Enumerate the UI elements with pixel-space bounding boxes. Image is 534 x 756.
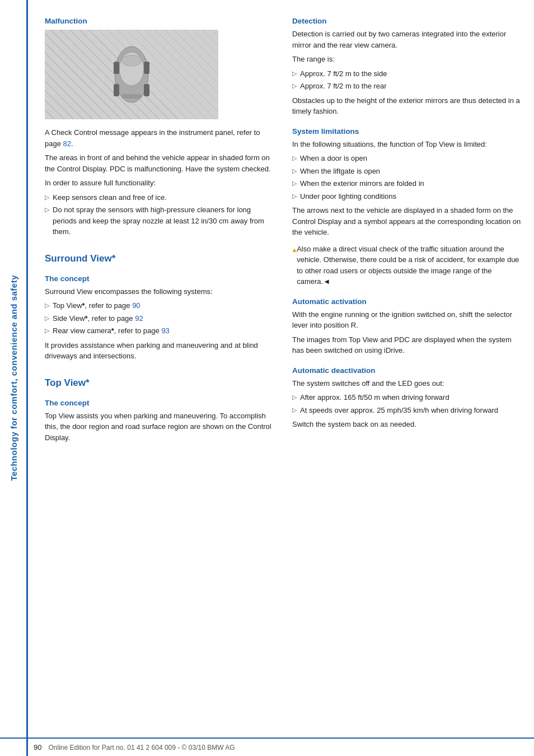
svg-rect-3 [121,94,142,99]
car-svg [98,38,165,111]
surround-view-concept-heading: The concept [45,274,275,283]
svg-rect-5 [144,62,149,74]
bullet-arrow-icon: ▷ [292,192,297,201]
main-content: Malfunction [34,0,534,480]
top-view-concept-heading: The concept [45,399,275,407]
link-page-93[interactable]: 93 [161,326,169,335]
right-column: Detection Detection is carried out by tw… [292,17,523,446]
link-page-90[interactable]: 90 [132,301,140,310]
detection-p3: Obstacles up to the height of the exteri… [292,95,523,117]
system-limitations-heading: System limitations [292,127,523,136]
svg-rect-4 [114,62,119,74]
malfunction-bullet-1: ▷ Keep sensors clean and free of ice. [45,192,275,203]
top-view-concept-text: Top View assists you when parking and ma… [45,410,275,444]
bullet-arrow-icon: ▷ [45,326,49,335]
surround-view-heading: Surround View* [45,253,275,264]
auto-activation-heading: Automatic activation [292,297,523,306]
warning-triangle-icon: ! [292,244,297,257]
bullet-arrow-icon: ▷ [45,301,49,310]
bullet-arrow-icon: ▷ [45,193,49,202]
limitation-bullet-1: ▷ When a door is open [292,153,523,164]
limitation-bullet-3: ▷ When the exterior mirrors are folded i… [292,178,523,189]
auto-deactivation-intro: The system switches off and the LED goes… [292,378,523,389]
svg-rect-7 [144,84,149,96]
bullet-arrow-icon: ▷ [45,314,49,323]
surround-bullet-topview: ▷ Top View*, refer to page 90 [45,300,275,311]
system-limitations-paragraph: The arrows next to the vehicle are displ… [292,205,523,238]
svg-rect-6 [114,84,119,96]
bullet-arrow-icon: ▷ [292,81,297,91]
bullet-arrow-icon: ▷ [45,205,49,214]
surround-bullet-sideview: ▷ Side View*, refer to page 92 [45,313,275,324]
link-page-92[interactable]: 92 [135,314,143,323]
deactivation-bullet-1: ▷ After approx. 165 ft/50 m when driving… [292,392,523,403]
malfunction-link-82[interactable]: 82 [63,139,71,148]
bullet-arrow-icon: ▷ [292,393,297,402]
bullet-arrow-icon: ▷ [292,405,297,415]
top-view-section: Top View* The concept Top View assists y… [45,377,275,444]
sidebar-border [26,0,28,756]
malfunction-p2: The areas in front of and behind the veh… [45,152,275,174]
malfunction-bullet-2: ▷ Do not spray the sensors with high-pre… [45,204,275,237]
detection-section: Detection Detection is carried out by tw… [292,17,523,117]
surround-view-section: Surround View* The concept Surround View… [45,253,275,362]
page-number: 90 [34,743,41,752]
bullet-arrow-icon: ▷ [292,69,297,78]
detection-bullet-2: ▷ Approx. 7 ft/2 m to the rear [292,81,523,92]
auto-deactivation-heading: Automatic deactivation [292,366,523,375]
auto-deactivation-outro: Switch the system back on as needed. [292,419,523,430]
deactivation-bullet-2: ▷ At speeds over approx. 25 mph/35 km/h … [292,405,523,416]
footer-text: Online Edition for Part no. 01 41 2 604 … [48,744,235,752]
auto-activation-section: Automatic activation With the engine run… [292,297,523,356]
malfunction-bullets: ▷ Keep sensors clean and free of ice. ▷ … [45,192,275,237]
warning-box: ! Also make a direct visual check of the… [292,244,523,287]
sidebar: Technology for comfort, convenience and … [0,0,27,756]
detection-p1: Detection is carried out by two cameras … [292,29,523,50]
auto-activation-p2: The images from Top View and PDC are dis… [292,334,523,356]
bullet-arrow-icon: ▷ [292,153,297,163]
detection-heading: Detection [292,17,523,25]
car-image [45,30,218,119]
malfunction-p1: A Check Control message appears in the i… [45,127,275,149]
top-view-heading: Top View* [45,377,275,389]
system-limitations-intro: In the following situations, the functio… [292,139,523,150]
limitation-bullet-2: ▷ When the liftgate is open [292,166,523,177]
auto-deactivation-section: Automatic deactivation The system switch… [292,366,523,430]
detection-p2: The range is: [292,54,523,65]
limitation-bullet-4: ▷ Under poor lighting conditions [292,191,523,202]
surround-view-concept-text: Surround View encompasses the following … [45,286,275,297]
malfunction-section: Malfunction [45,17,275,237]
surround-view-bullets: ▷ Top View*, refer to page 90 ▷ Side Vie… [45,300,275,337]
auto-deactivation-bullets: ▷ After approx. 165 ft/50 m when driving… [292,392,523,416]
warning-text: Also make a direct visual check of the t… [297,244,523,287]
svg-text:!: ! [294,249,294,252]
surround-view-extra: It provides assistance when parking and … [45,340,275,362]
bullet-arrow-icon: ▷ [292,166,297,176]
malfunction-heading: Malfunction [45,17,275,25]
surround-bullet-rearview: ▷ Rear view camera*, refer to page 93 [45,325,275,337]
system-limitations-bullets: ▷ When a door is open ▷ When the liftgat… [292,153,523,202]
detection-bullet-1: ▷ Approx. 7 ft/2 m to the side [292,68,523,80]
malfunction-p3: In order to assure full functionality: [45,178,275,189]
detection-bullets: ▷ Approx. 7 ft/2 m to the side ▷ Approx.… [292,68,523,92]
bullet-arrow-icon: ▷ [292,179,297,188]
footer: 90 Online Edition for Part no. 01 41 2 6… [0,738,534,756]
sidebar-label: Technology for comfort, convenience and … [9,275,18,481]
system-limitations-section: System limitations In the following situ… [292,127,523,238]
svg-point-2 [121,55,142,66]
left-column: Malfunction [45,17,275,446]
auto-activation-p1: With the engine running or the ignition … [292,309,523,331]
